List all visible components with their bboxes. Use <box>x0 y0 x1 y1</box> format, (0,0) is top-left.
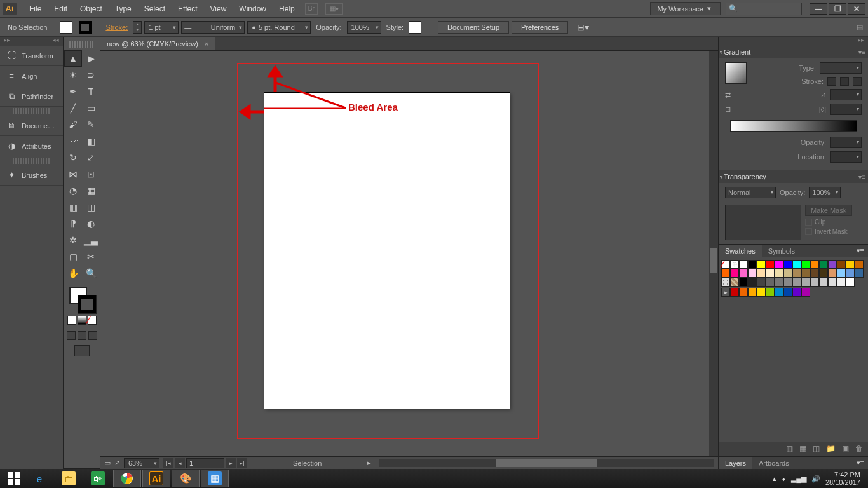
transparency-opacity[interactable]: 100% <box>809 187 841 198</box>
artboard-number[interactable]: 1 <box>186 458 224 468</box>
swatch-color[interactable] <box>828 269 837 278</box>
stroke-color[interactable] <box>78 295 96 313</box>
taskbar-store[interactable]: 🛍 <box>84 470 112 487</box>
swatch-grey[interactable] <box>792 278 801 287</box>
menu-object[interactable]: Object <box>74 2 109 16</box>
stroke-panel-link[interactable]: Stroke: <box>103 24 130 31</box>
draw-inside[interactable] <box>88 331 97 340</box>
tab-artboards[interactable]: Artboards <box>752 457 796 469</box>
swatch-grey[interactable] <box>739 278 748 287</box>
swatch-color[interactable] <box>792 288 801 297</box>
transparency-preview[interactable] <box>725 205 801 240</box>
swatch-color[interactable] <box>739 288 748 297</box>
horizontal-scrollbar[interactable] <box>379 459 714 467</box>
swatch-color[interactable] <box>757 260 766 269</box>
swatch-color[interactable] <box>730 288 739 297</box>
panel-attributes[interactable]: ◑Attributes <box>0 136 63 156</box>
fill-swatch[interactable] <box>60 21 72 34</box>
swatch-grey[interactable] <box>819 278 828 287</box>
vertical-scrollbar[interactable] <box>709 51 718 456</box>
taskbar-app[interactable]: ▦ <box>201 470 229 487</box>
tool-lasso[interactable]: ⊃ <box>83 67 99 83</box>
dock-collapse-icon[interactable]: ◂◂ <box>53 37 59 46</box>
stroke-weight-dropdown[interactable]: 1 pt <box>144 21 179 34</box>
swatch-color[interactable] <box>792 260 801 269</box>
swatch-color[interactable] <box>748 269 757 278</box>
layers-menu-icon[interactable]: ▾≡ <box>853 457 868 469</box>
reverse-gradient-icon[interactable]: ⇄ <box>725 91 731 99</box>
swatch-color[interactable] <box>828 260 837 269</box>
swatch-color[interactable] <box>757 288 766 297</box>
grad-stop-location[interactable] <box>830 151 862 163</box>
swatch-grey[interactable] <box>783 278 792 287</box>
gradient-preview[interactable] <box>725 62 747 84</box>
swatch-color[interactable] <box>766 269 775 278</box>
tool-blob-brush[interactable]: 〰 <box>65 133 81 149</box>
swatch-grey[interactable] <box>810 278 819 287</box>
status-menu-icon[interactable]: ▸ <box>367 459 371 467</box>
gradient-angle[interactable] <box>830 89 862 100</box>
tool-line[interactable]: ╱ <box>65 100 81 116</box>
swatch-color[interactable] <box>775 269 783 278</box>
tool-selection[interactable]: ▲ <box>65 51 81 66</box>
control-menu-icon[interactable]: ▤ <box>857 23 863 31</box>
tool-rectangle[interactable]: ▭ <box>83 100 99 116</box>
swatch-color[interactable] <box>766 288 775 297</box>
draw-normal[interactable] <box>67 331 76 340</box>
tool-symbol-sprayer[interactable]: ✲ <box>65 233 81 248</box>
swatch-registration[interactable]: ⊕ <box>730 260 739 269</box>
tool-slice[interactable]: ✂ <box>83 249 99 264</box>
make-mask-button[interactable]: Make Mask <box>805 205 852 216</box>
tool-perspective[interactable]: ▦ <box>83 183 99 198</box>
window-restore[interactable]: ❐ <box>829 3 846 15</box>
clip-checkbox[interactable]: Clip <box>805 219 852 226</box>
swatch-color[interactable] <box>801 288 810 297</box>
swatch-grey[interactable] <box>846 278 855 287</box>
tab-layers[interactable]: Layers <box>719 457 752 469</box>
last-artboard[interactable]: ▸| <box>237 458 247 468</box>
color-mode-none[interactable]: ⁄ <box>88 316 97 325</box>
panel-align[interactable]: ≡Align <box>0 66 63 86</box>
tool-shape-builder[interactable]: ◔ <box>65 183 81 198</box>
gradient-type-dropdown[interactable] <box>820 62 862 74</box>
swatch-color[interactable] <box>783 260 792 269</box>
panel-brushes[interactable]: ✦Brushes <box>0 165 63 186</box>
tool-scale[interactable]: ⤢ <box>83 150 99 165</box>
window-close[interactable]: ✕ <box>848 3 865 15</box>
swatch-color[interactable] <box>846 269 855 278</box>
swatch-color[interactable] <box>846 260 855 269</box>
prev-artboard[interactable]: ◂ <box>175 458 185 468</box>
color-mode-gradient[interactable] <box>78 316 86 325</box>
new-swatch-icon[interactable]: ▣ <box>842 444 849 453</box>
tool-paintbrush[interactable]: 🖌 <box>65 117 81 132</box>
document-tab[interactable]: new @ 63% (CMYK/Preview) × <box>100 37 215 50</box>
tool-type[interactable]: T <box>83 84 99 99</box>
tool-blend[interactable]: ◐ <box>83 216 99 231</box>
first-artboard[interactable]: |◂ <box>163 458 173 468</box>
tool-gradient[interactable]: ◫ <box>83 200 99 215</box>
tool-eyedropper[interactable]: ⁋ <box>65 216 81 231</box>
swatch-color[interactable] <box>837 260 846 269</box>
tray-expand-icon[interactable]: ▴ <box>773 475 776 483</box>
tool-eraser[interactable]: ◧ <box>83 133 99 149</box>
swatch-grey[interactable] <box>837 278 846 287</box>
tool-magic-wand[interactable]: ✶ <box>65 67 81 83</box>
close-tab-icon[interactable]: × <box>205 40 208 48</box>
transparency-menu-icon[interactable]: ▾≡ <box>858 173 865 180</box>
stroke-profile-dropdown[interactable]: —Uniform <box>181 21 245 34</box>
draw-behind[interactable] <box>78 331 86 340</box>
swatch-grey[interactable] <box>801 278 810 287</box>
artboard[interactable] <box>264 93 510 409</box>
swatch-color[interactable] <box>792 269 801 278</box>
swatch-group[interactable]: ▸ <box>721 288 730 297</box>
swatch-color[interactable] <box>855 260 864 269</box>
swatch-color[interactable] <box>757 269 766 278</box>
color-mode-solid[interactable] <box>67 316 76 325</box>
taskbar-chrome[interactable] <box>113 470 141 487</box>
tab-swatches[interactable]: Swatches <box>719 245 762 257</box>
grad-stroke-3[interactable] <box>853 77 862 86</box>
tray-dropbox-icon[interactable]: ⬧ <box>782 475 786 482</box>
style-swatch[interactable] <box>409 21 421 34</box>
taskbar-explorer[interactable]: 🗀 <box>55 470 83 487</box>
tab-symbols[interactable]: Symbols <box>762 245 801 257</box>
